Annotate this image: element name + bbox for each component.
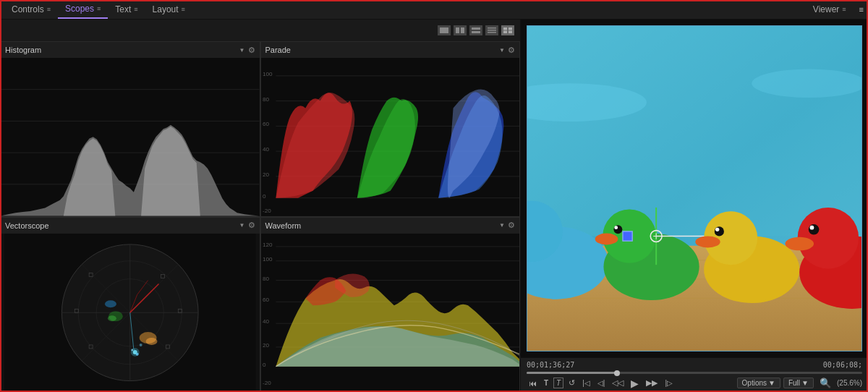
svg-point-114: [809, 224, 820, 235]
svg-rect-9: [509, 27, 512, 30]
layout-btn-list[interactable]: [485, 25, 498, 35]
svg-point-107: [715, 226, 724, 236]
svg-text:100: 100: [263, 255, 273, 262]
waveform-svg: 120 100 80 60 40 20 0 -20: [261, 234, 520, 392]
svg-rect-10: [503, 31, 507, 34]
scope-histogram-content: [1, 58, 260, 216]
main-layout: Histogram ▼ ⚙: [0, 20, 868, 392]
svg-point-94: [614, 226, 618, 229]
options-button[interactable]: Options ▼: [737, 378, 780, 388]
tab-layout[interactable]: Layout ≡: [145, 0, 192, 19]
options-chevron: ▼: [768, 379, 775, 387]
full-chevron: ▼: [801, 379, 809, 387]
svg-rect-1: [456, 27, 459, 33]
svg-point-57: [140, 343, 142, 346]
btn-play-to-start[interactable]: ⏮: [527, 378, 539, 388]
scope-waveform-title: Waveform: [265, 221, 302, 230]
scope-parade-dropdown[interactable]: ▼: [499, 47, 505, 54]
svg-text:80: 80: [263, 96, 270, 103]
layout-btn-1x2[interactable]: [454, 25, 467, 35]
scope-vectorscope-gear[interactable]: ⚙: [248, 221, 255, 230]
svg-text:-20: -20: [263, 379, 271, 385]
top-bar: Controls ≡ Scopes ≡ Text ≡ Layout ≡ View…: [0, 0, 868, 20]
zoom-icon: 🔍: [820, 378, 831, 388]
btn-loop[interactable]: ↺: [566, 378, 577, 388]
progress-bar-thumb[interactable]: [614, 370, 620, 376]
svg-text:-20: -20: [263, 208, 271, 214]
viewer-content: [521, 20, 868, 357]
tab-scopes-label: Scopes: [65, 4, 94, 14]
progress-bar-container[interactable]: [521, 372, 868, 374]
scope-vectorscope: Vectorscope ▼ ⚙: [0, 217, 260, 393]
scope-waveform-header: Waveform ▼ ⚙: [261, 218, 520, 234]
scope-parade-title: Parade: [265, 46, 291, 54]
timecode-row: 00;01;36;27 00;06;08;: [521, 358, 868, 372]
right-panel-menu-icon: ≡: [859, 5, 864, 14]
btn-text-tool[interactable]: T: [553, 378, 563, 388]
svg-point-56: [131, 349, 133, 351]
btn-step-back-frame[interactable]: |◁: [580, 378, 592, 388]
btn-fast-forward[interactable]: ▶▶: [644, 378, 660, 388]
tab-controls[interactable]: Controls ≡: [4, 0, 58, 19]
scope-histogram: Histogram ▼ ⚙: [0, 41, 260, 217]
btn-prev-keyframe[interactable]: ◁|: [595, 378, 608, 388]
svg-point-109: [695, 237, 720, 248]
tab-layout-menu-icon: ≡: [182, 6, 185, 13]
vectorscope-svg: [1, 234, 260, 392]
svg-point-115: [810, 226, 814, 230]
histogram-svg: [1, 58, 260, 216]
full-label: Full: [788, 379, 800, 387]
svg-text:40: 40: [263, 146, 270, 153]
tab-text-menu-icon: ≡: [134, 6, 137, 13]
scope-waveform-gear[interactable]: ⚙: [508, 221, 515, 230]
svg-text:120: 120: [263, 241, 273, 247]
scope-waveform-dropdown[interactable]: ▼: [499, 222, 505, 229]
layout-btn-single[interactable]: [438, 25, 451, 35]
scope-histogram-controls: ▼ ⚙: [239, 46, 255, 55]
scopes-panel: Histogram ▼ ⚙: [0, 20, 521, 392]
svg-point-52: [105, 300, 116, 307]
scope-histogram-title: Histogram: [5, 46, 41, 54]
svg-text:100: 100: [263, 71, 273, 77]
progress-bar-fill: [527, 372, 617, 374]
layout-btn-2x2[interactable]: [501, 25, 514, 35]
transport-row: ⏮ T T ↺ |◁ ◁| ◁◁ ▶ ▶▶ |▷ Options ▼ Full …: [521, 374, 868, 392]
svg-text:40: 40: [263, 318, 270, 325]
scope-parade-header: Parade ▼ ⚙: [261, 42, 520, 58]
scope-parade: Parade ▼ ⚙ 100 80 60 40 20: [260, 41, 521, 217]
tab-scopes[interactable]: Scopes ≡: [58, 0, 108, 19]
svg-text:60: 60: [263, 121, 270, 127]
tab-viewer[interactable]: Viewer ≡: [806, 4, 854, 14]
btn-rewind[interactable]: ◁◁: [610, 378, 626, 388]
scope-vectorscope-header: Vectorscope ▼ ⚙: [1, 218, 260, 234]
layout-btn-2x1[interactable]: [469, 25, 482, 35]
svg-rect-6: [488, 30, 496, 31]
tab-text-label: Text: [115, 4, 131, 14]
svg-rect-4: [472, 31, 480, 33]
scope-parade-gear[interactable]: ⚙: [508, 46, 515, 55]
progress-bar-track[interactable]: [527, 372, 862, 374]
svg-rect-75: [527, 26, 861, 237]
options-label: Options: [742, 379, 767, 387]
timecode-current: 00;01;36;27: [527, 361, 574, 369]
scope-vectorscope-content: [1, 234, 260, 392]
svg-rect-2: [461, 27, 464, 33]
scope-parade-controls: ▼ ⚙: [499, 46, 515, 55]
scope-vectorscope-controls: ▼ ⚙: [239, 221, 255, 230]
scope-waveform-controls: ▼ ⚙: [499, 221, 515, 230]
scope-vectorscope-dropdown[interactable]: ▼: [239, 222, 245, 229]
full-button[interactable]: Full ▼: [783, 378, 814, 388]
scope-waveform-content: 120 100 80 60 40 20 0 -20: [261, 234, 520, 392]
svg-rect-3: [472, 27, 480, 30]
viewer-image-area[interactable]: [527, 25, 862, 351]
scope-histogram-dropdown[interactable]: ▼: [239, 47, 245, 54]
tab-controls-menu-icon: ≡: [47, 6, 51, 13]
svg-text:0: 0: [263, 361, 266, 367]
svg-point-77: [752, 69, 861, 98]
scope-histogram-gear[interactable]: ⚙: [248, 46, 255, 55]
tab-text[interactable]: Text ≡: [108, 0, 145, 19]
btn-play[interactable]: ▶: [629, 377, 641, 390]
btn-mark-tool[interactable]: T: [542, 378, 550, 388]
viewer-panel: 00;01;36;27 00;06;08; ⏮ T T ↺ |◁ ◁| ◁◁ ▶…: [521, 20, 868, 392]
btn-next-keyframe[interactable]: |▷: [663, 378, 675, 388]
